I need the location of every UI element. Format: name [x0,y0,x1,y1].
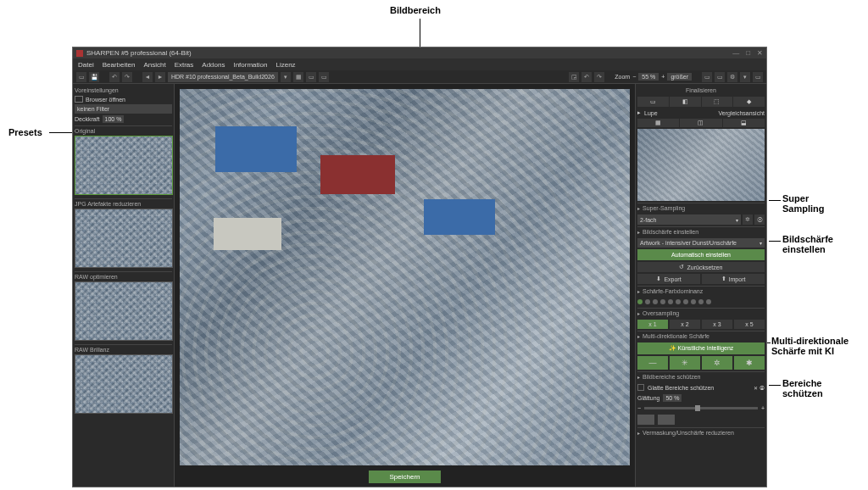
annot-line [769,241,781,242]
tool-grid-icon[interactable]: ▦ [293,72,303,82]
tool-crop-icon[interactable]: ◲ [569,72,579,82]
dir-2[interactable]: ✳ [670,356,700,370]
tool-next-icon[interactable]: ► [155,72,165,82]
annot-line [769,385,781,386]
masking-heading[interactable]: Vermaskung/Unschärfe reduzieren [637,427,765,437]
opacity-value[interactable]: 100 % [103,115,125,123]
oversampling-heading[interactable]: Oversampling [637,308,765,318]
dir-1[interactable]: — [637,356,668,370]
sharpness-heading[interactable]: Bildschärfe einstellen [637,226,765,237]
preview-mode-2[interactable]: ◫ [680,119,721,127]
browser-open-button[interactable]: Browser öffnen [86,97,125,103]
image-viewport[interactable] [180,89,630,465]
ss-btn-b[interactable]: ⦿ [754,214,765,225]
protect-checkbox[interactable] [637,384,644,391]
preset-thumb-raw-brill[interactable] [75,354,173,414]
color-dominance-heading[interactable]: Schärfe-Farbdominanz [637,286,765,296]
tool-undo-icon[interactable]: ↶ [109,72,120,82]
menu-extras[interactable]: Extras [175,61,194,69]
protect-close-icon[interactable]: ✕ ⦿ [754,385,765,391]
menu-ansicht[interactable]: Ansicht [143,61,165,69]
tool-d-icon[interactable]: ▭ [715,72,725,82]
ss-btn-a[interactable]: ✲ [743,214,753,225]
menu-lizenz[interactable]: Lizenz [275,61,295,69]
oversample-x3[interactable]: x 3 [702,320,732,329]
preset-section-raw-opt: RAW optimieren [75,271,172,281]
menu-bearbeiten[interactable]: Bearbeiten [103,61,136,69]
tool-rotate-l-icon[interactable]: ↶ [581,72,592,82]
tool-open-icon[interactable]: ▭ [76,72,86,82]
preview-mode-3[interactable]: ⬓ [723,119,765,127]
minimize-button[interactable]: — [732,49,739,57]
dir-3[interactable]: ✲ [702,356,732,370]
smoothing-value[interactable]: 50 % [663,394,682,402]
preset-thumb-raw-opt[interactable] [75,281,173,341]
color-dots[interactable] [637,298,765,306]
smoothing-label: Glättung [637,395,659,401]
smoothing-slider[interactable] [644,407,758,409]
filter-select[interactable]: keinen Filter [75,104,172,114]
tool-rotate-r-icon[interactable]: ↷ [594,72,604,82]
tool-f-icon[interactable]: ▾ [740,72,750,82]
menu-datei[interactable]: Datei [78,61,94,69]
right-tab-4[interactable]: ◆ [733,97,765,107]
tool-e-icon[interactable]: ⚙ [727,72,737,82]
right-tab-1[interactable]: ▭ [637,97,669,107]
multidir-heading[interactable]: Multi-direktionale Schärfe [637,331,765,341]
import-button[interactable]: ⬆Import [702,274,765,284]
zoom-compare[interactable]: größer [667,73,692,81]
menu-information[interactable]: Information [233,61,267,69]
export-button[interactable]: ⬇Export [637,274,700,284]
tool-redo-icon[interactable]: ↷ [122,72,132,82]
window-title: SHARPEN #5 professional (64-Bit) [86,49,192,57]
supersampling-select[interactable]: 2-fach [637,214,741,225]
annot-line [49,132,75,133]
thumb-a[interactable] [637,415,654,425]
slider-minus[interactable]: − [637,405,641,411]
right-tab-2[interactable]: ◧ [670,97,701,107]
artwork-select[interactable]: Artwork - intensiver Dunst/Unschärfe [637,238,765,248]
protect-heading[interactable]: Bildbereiche schützen [637,371,765,381]
ai-button[interactable]: ✨ Künstliche Intelligenz [637,342,765,354]
tool-b-icon[interactable]: ▭ [319,72,329,82]
preview-image[interactable] [637,129,765,201]
browser-icon [75,96,83,103]
toolbar: ▭ 💾 ↶ ↷ ◄ ► HDR #10 professional_Beta_Bu… [73,70,766,84]
oversample-x2[interactable]: x 2 [670,320,700,329]
menu-addons[interactable]: Addons [202,61,225,69]
preview-mode-1[interactable]: ▦ [637,119,679,127]
supersampling-heading[interactable]: Super-Sampling [637,203,765,213]
zoom-in-button[interactable]: + [661,74,665,80]
titlebar: SHARPEN #5 professional (64-Bit) — □ ✕ [73,47,766,58]
annot-bereiche: Bereiche schützen [782,378,823,398]
oversample-x1[interactable]: x 1 [637,320,668,329]
oversample-x5[interactable]: x 5 [734,320,765,329]
center-area: Speichern [175,84,635,487]
tool-c-icon[interactable]: ▭ [702,72,712,82]
tool-g-icon[interactable]: ▭ [753,72,763,82]
annot-presets: Presets [8,127,42,137]
tool-dropdown-icon[interactable]: ▾ [281,72,291,82]
maximize-button[interactable]: □ [746,49,750,57]
annot-multidir: Multi-direktionale Schärfe mit KI [771,336,849,356]
tool-save-icon[interactable]: 💾 [89,72,99,82]
tool-prev-icon[interactable]: ◄ [142,72,153,82]
close-button[interactable]: ✕ [757,49,763,57]
slider-plus[interactable]: + [761,405,765,411]
compare-label[interactable]: Vergleichsansicht [719,110,765,116]
preset-thumb-jpg[interactable] [75,209,173,268]
tool-a-icon[interactable]: ▭ [306,72,316,82]
toolbar-path[interactable]: HDR #10 professional_Beta_Build2026 [168,72,278,82]
preset-thumb-original[interactable] [75,136,173,195]
zoom-value[interactable]: 55 % [638,73,659,81]
right-panel: Finalisieren ▭ ◧ ⬚ ◆ ▸ Lupe Vergleichsan… [635,84,766,487]
zoom-out-button[interactable]: − [632,74,636,80]
thumb-b[interactable] [658,415,675,425]
preset-section-original: Original [75,125,172,136]
right-tab-3[interactable]: ⬚ [702,97,733,107]
auto-adjust-button[interactable]: Automatisch einstellen [637,249,765,260]
dir-4[interactable]: ✱ [734,356,765,370]
reset-button[interactable]: ↺Zurücksetzen [637,262,765,272]
finalize-heading: Finalisieren [637,86,765,95]
save-button[interactable]: Speichern [369,471,440,483]
